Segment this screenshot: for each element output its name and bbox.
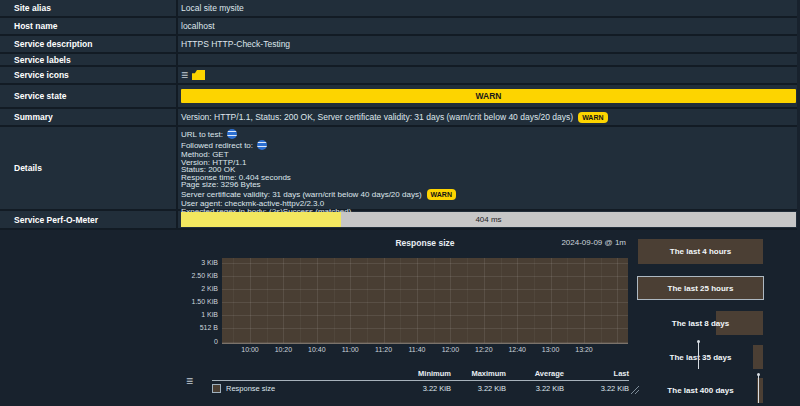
series-last: 3.22 KiB xyxy=(564,384,629,393)
service-state-cell: WARN xyxy=(178,85,797,107)
perfometer-cell: 404 ms xyxy=(178,211,797,228)
detail-version: Version: HTTP/1.1 xyxy=(181,159,797,167)
detail-followed-redirect: Followed redirect to: xyxy=(181,140,797,151)
x-axis-tick-label: 11:00 xyxy=(333,346,367,353)
y-axis-tick-label: 0 xyxy=(160,338,218,345)
row-service-description: Service description HTTPS HTTP-Check-Tes… xyxy=(0,36,797,54)
series-minimum: 3.22 KiB xyxy=(396,384,451,393)
time-range-preview-button[interactable]: The last 35 days xyxy=(638,345,763,369)
service-graph-section: Response size 2024-09-09 @ 1m 3 KiB2.50 … xyxy=(0,230,800,406)
time-range-preview-button[interactable]: The last 400 days xyxy=(638,378,763,403)
time-range-label: The last 400 days xyxy=(638,378,763,403)
x-gridline-minor xyxy=(467,258,468,343)
row-label: Details xyxy=(0,127,178,209)
x-gridline xyxy=(350,258,351,343)
graph-menu-icon[interactable]: ≡ xyxy=(186,376,193,386)
y-axis-tick-label: 3 KiB xyxy=(160,259,218,266)
legend-col-minimum: Minimum xyxy=(396,369,451,378)
time-range-label: The last 35 days xyxy=(638,345,763,369)
row-label: Host name xyxy=(0,18,178,34)
graph-date-range: 2024-09-09 @ 1m xyxy=(430,238,626,247)
x-axis-tick-label: 10:40 xyxy=(300,346,334,353)
x-gridline xyxy=(517,258,518,343)
y-axis-tick-label: 2.50 KiB xyxy=(160,272,218,279)
series-name: Response size xyxy=(226,384,275,393)
x-axis-tick-label: 13:00 xyxy=(534,346,568,353)
preview-pin-dot xyxy=(697,340,700,343)
y-axis-tick-label: 1.50 KiB xyxy=(160,298,218,305)
row-host-name: Host name localhost xyxy=(0,18,797,36)
x-gridline-minor xyxy=(501,258,502,343)
legend-col-maximum: Maximum xyxy=(451,369,506,378)
preview-range-pin xyxy=(758,375,759,403)
row-service-labels: Service labels xyxy=(0,54,797,67)
details-value: URL to test: Followed redirect to: Metho… xyxy=(178,127,797,209)
row-service-icons: Service icons ≡ xyxy=(0,67,797,85)
redirect-link-icon[interactable] xyxy=(257,140,267,150)
y-axis-tick-label: 2 KiB xyxy=(160,285,218,292)
time-range-preview-button[interactable]: The last 8 days xyxy=(638,311,763,335)
state-badge-warn: WARN xyxy=(181,89,796,103)
x-gridline xyxy=(317,258,318,343)
x-axis-tick-label: 10:20 xyxy=(266,346,300,353)
row-perfometer: Service Perf-O-Meter 404 ms xyxy=(0,211,797,230)
row-label: Service state xyxy=(0,85,178,107)
preview-range-pin xyxy=(698,342,699,369)
time-range-preview-button[interactable]: The last 25 hours xyxy=(638,277,763,299)
time-range-preview-button[interactable]: The last 4 hours xyxy=(638,239,763,264)
y-axis-tick-label: 1 KiB xyxy=(160,311,218,318)
detail-text: URL to test: xyxy=(181,130,223,139)
x-gridline xyxy=(584,258,585,343)
row-label: Service Perf-O-Meter xyxy=(0,211,178,228)
detail-text: Server certificate validity: 31 days (wa… xyxy=(181,190,422,199)
perf-o-meter[interactable]: 404 ms xyxy=(181,212,796,227)
graph-icon[interactable] xyxy=(192,70,205,80)
row-label: Summary xyxy=(0,109,178,125)
perf-o-meter-value: 404 ms xyxy=(181,212,796,227)
x-axis-tick-label: 11:40 xyxy=(400,346,434,353)
x-gridline xyxy=(551,258,552,343)
summary-text: Version: HTTP/1.1, Status: 200 OK, Serve… xyxy=(181,112,573,122)
x-axis-tick-label: 12:20 xyxy=(467,346,501,353)
row-label: Service labels xyxy=(0,54,178,65)
menu-icon[interactable]: ≡ xyxy=(181,70,188,80)
legend-series-row: Response size 3.22 KiB 3.22 KiB 3.22 KiB… xyxy=(212,384,629,393)
x-axis-tick-label: 12:00 xyxy=(433,346,467,353)
y-axis-tick-label: 512 B xyxy=(160,324,218,331)
url-link-icon[interactable] xyxy=(227,129,237,139)
warn-badge: WARN xyxy=(427,189,456,200)
x-gridline xyxy=(283,258,284,343)
time-range-previews: The last 4 hoursThe last 25 hoursThe las… xyxy=(638,230,763,406)
x-gridline xyxy=(484,258,485,343)
series-maximum: 3.22 KiB xyxy=(451,384,506,393)
warn-badge: WARN xyxy=(578,112,607,123)
row-label: Service description xyxy=(0,36,178,52)
preview-pin-dot xyxy=(757,373,760,376)
x-gridline-minor xyxy=(367,258,368,343)
time-range-label: The last 4 hours xyxy=(638,239,763,264)
x-gridline-minor xyxy=(534,258,535,343)
series-color-swatch[interactable] xyxy=(212,384,221,393)
legend-col-average: Average xyxy=(506,369,564,378)
row-summary: Summary Version: HTTP/1.1, Status: 200 O… xyxy=(0,109,797,127)
row-label: Service icons xyxy=(0,67,178,83)
host-name-value: localhost xyxy=(178,18,797,34)
legend-series-name-cell: Response size xyxy=(212,384,396,393)
service-labels-value xyxy=(178,54,797,65)
x-gridline xyxy=(617,258,618,343)
response-size-graph-plot[interactable] xyxy=(222,258,628,344)
x-axis-tick-label: 13:20 xyxy=(567,346,601,353)
x-gridline-minor xyxy=(233,258,234,343)
time-range-label: The last 25 hours xyxy=(638,277,763,299)
service-detail-page: Site alias Local site mysite Host name l… xyxy=(0,0,800,406)
row-site-alias: Site alias Local site mysite xyxy=(0,0,797,18)
service-icons-value: ≡ xyxy=(178,67,797,83)
x-gridline xyxy=(250,258,251,343)
x-axis-tick-label: 10:00 xyxy=(233,346,267,353)
x-gridline xyxy=(417,258,418,343)
detail-page-size: Page size: 3296 Bytes xyxy=(181,181,797,189)
x-gridline-minor xyxy=(567,258,568,343)
row-details: Details URL to test: Followed redirect t… xyxy=(0,127,797,211)
legend-col-last: Last xyxy=(564,369,629,378)
summary-value: Version: HTTP/1.1, Status: 200 OK, Serve… xyxy=(178,109,797,125)
